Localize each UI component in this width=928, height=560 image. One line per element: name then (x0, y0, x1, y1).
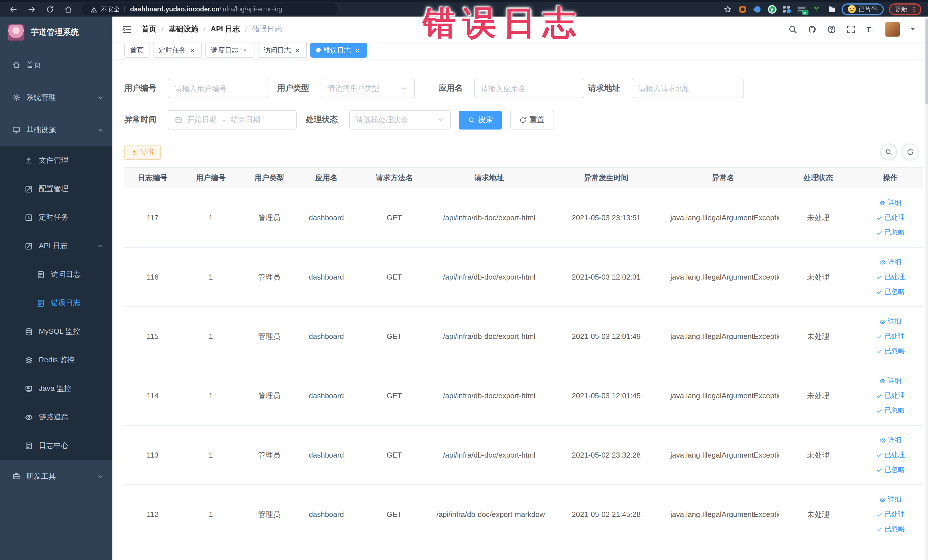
extension-icon-green[interactable]: y (767, 4, 777, 14)
app-logo-row[interactable]: 芋道管理系统 (0, 17, 112, 49)
sidebar-collapse-icon[interactable] (122, 24, 132, 35)
extensions-puzzle-icon[interactable] (826, 4, 836, 14)
not-secure-label: 不安全 (101, 5, 120, 14)
avatar-caret-down-icon[interactable] (909, 26, 916, 32)
sidebar-item-job[interactable]: 定时任务 (0, 203, 112, 232)
browser-back-icon[interactable] (7, 3, 20, 15)
search-icon[interactable] (788, 24, 798, 34)
action-已处理[interactable]: 已处理 (860, 329, 920, 344)
sidebar-item-system[interactable]: 系统管理 (0, 81, 112, 113)
sidebar-item-infra[interactable]: 基础设施 (0, 113, 112, 146)
extension-icon-grid[interactable] (782, 4, 792, 14)
filter-app-name-input[interactable] (474, 79, 584, 98)
start-date-placeholder: 开始日期 (187, 115, 217, 125)
filter-user-type-select[interactable]: 请选择用户类型 (321, 79, 415, 98)
tab-访问日志[interactable]: 访问日志× (258, 43, 307, 58)
page-scrollbar[interactable] (925, 17, 928, 560)
tab-close-icon[interactable]: × (241, 46, 249, 54)
extension-icon-orange[interactable] (737, 4, 747, 14)
chrome-update-button[interactable]: 更新 (888, 3, 921, 15)
github-icon[interactable] (807, 24, 817, 34)
bookmark-star-icon[interactable] (723, 4, 732, 14)
filter-process-status-select[interactable]: 请选择处理状态 (349, 110, 451, 130)
filter-request-url-input[interactable] (632, 79, 744, 98)
exception-time-range-picker[interactable]: 开始日期 - 结束日期 (168, 110, 297, 130)
tab-定时任务[interactable]: 定时任务× (153, 43, 202, 58)
action-详细[interactable]: 详细 (860, 255, 920, 270)
sidebar-item-home[interactable]: 首页 (0, 49, 112, 81)
cell-method: GET (355, 188, 433, 247)
extension-icon-sprout[interactable] (812, 4, 821, 14)
action-详细[interactable]: 详细 (860, 433, 920, 448)
breadcrumb: 首页/基础设施/API 日志/错误日志 (142, 24, 282, 34)
action-已忽略[interactable]: 已忽略 (860, 284, 920, 299)
action-已忽略[interactable]: 已忽略 (860, 462, 920, 477)
help-icon[interactable] (826, 24, 837, 34)
font-size-icon[interactable]: TT (865, 24, 876, 34)
breadcrumb-item[interactable]: 首页 (142, 24, 156, 34)
sidebar-item-mysql[interactable]: MySQL 监控 (0, 317, 112, 346)
action-已处理[interactable]: 已处理 (860, 210, 920, 225)
tab-close-icon[interactable]: × (354, 46, 361, 54)
sidebar-item-label: 首页 (26, 60, 41, 70)
filter-user-id-input[interactable] (168, 79, 268, 98)
fullscreen-icon[interactable] (846, 24, 856, 34)
action-已处理[interactable]: 已处理 (860, 388, 920, 403)
search-button[interactable]: 搜索 (459, 110, 502, 129)
action-已忽略[interactable]: 已忽略 (860, 403, 920, 418)
sidebar-item-error-log[interactable]: 错误日志 (0, 289, 112, 317)
user-id-field[interactable] (175, 84, 261, 93)
action-详细[interactable]: 详细 (860, 195, 920, 210)
address-bar[interactable]: 不安全 dashboard.yudao.iocoder.cn /infra/lo… (82, 3, 338, 15)
tab-close-icon[interactable]: × (189, 46, 196, 54)
url-domain: dashboard.yudao.iocoder.cn (130, 6, 219, 12)
tab-调度日志[interactable]: 调度日志× (205, 43, 255, 58)
tab-错误日志[interactable]: 错误日志× (310, 43, 367, 58)
reset-button[interactable]: 重置 (510, 110, 553, 129)
profile-paused-badge[interactable]: 已暂停 (841, 3, 884, 15)
breadcrumb-item[interactable]: API 日志 (211, 24, 240, 34)
app-name-field[interactable] (481, 84, 577, 93)
extension-icon-on-badge[interactable]: on (797, 4, 806, 14)
sidebar-item-log-center[interactable]: 日志中心 (0, 431, 112, 460)
action-已忽略[interactable]: 已忽略 (860, 225, 920, 240)
cell-id: 113 (124, 425, 181, 485)
tab-close-icon[interactable]: × (294, 46, 301, 54)
action-已处理[interactable]: 已处理 (860, 507, 920, 522)
sidebar-item-dev-tools[interactable]: 研发工具 (0, 460, 112, 492)
action-详细[interactable]: 详细 (860, 492, 920, 507)
sidebar-item-redis[interactable]: Redis 监控 (0, 346, 112, 374)
toggle-search-icon (885, 148, 892, 156)
action-已处理[interactable]: 已处理 (860, 448, 920, 462)
action-已处理[interactable]: 已处理 (860, 270, 920, 284)
extension-icon-blue-drop[interactable] (752, 4, 762, 14)
user-avatar[interactable] (885, 21, 900, 37)
action-已忽略[interactable]: 已忽略 (860, 344, 920, 359)
eye-icon (879, 496, 886, 503)
sidebar-item-access-log[interactable]: 访问日志 (0, 260, 112, 289)
browser-forward-icon[interactable] (25, 3, 38, 15)
action-详细[interactable]: 详细 (860, 314, 920, 329)
sidebar-item-java[interactable]: Java 监控 (0, 374, 112, 403)
action-label: 详细 (888, 198, 902, 208)
browser-menu-kebab-icon[interactable] (910, 5, 917, 13)
sidebar-item-api-log[interactable]: API 日志 (0, 232, 112, 260)
column-header-url: 请求地址 (433, 168, 545, 188)
table-row: 1161管理员dashboardGET/api/infra/db-doc/exp… (124, 247, 923, 307)
action-详细[interactable]: 详细 (860, 374, 920, 388)
refresh-table-button[interactable] (902, 144, 918, 160)
request-url-field[interactable] (638, 84, 737, 93)
sidebar-item-file[interactable]: 文件管理 (0, 146, 112, 175)
toggle-search-button[interactable] (880, 144, 897, 160)
action-已忽略[interactable]: 已忽略 (860, 522, 920, 537)
browser-home-icon[interactable] (62, 3, 74, 15)
export-button[interactable]: 导出 (124, 145, 161, 159)
cell-time: 2021-05-03 23:13:51 (545, 188, 667, 247)
tab-首页[interactable]: 首页 (124, 43, 150, 58)
refresh-icon (906, 148, 914, 156)
breadcrumb-item[interactable]: 基础设施 (169, 24, 198, 34)
browser-reload-icon[interactable] (43, 3, 56, 15)
sidebar-item-config[interactable]: 配置管理 (0, 175, 112, 203)
check-icon (876, 229, 883, 236)
sidebar-item-tracer[interactable]: 链路追踪 (0, 403, 112, 431)
